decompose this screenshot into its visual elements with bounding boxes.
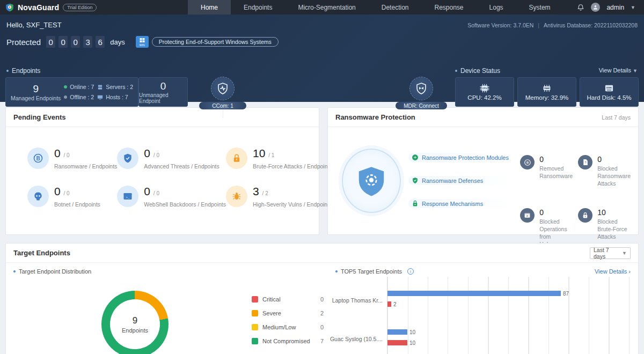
user-menu[interactable]: admin bbox=[606, 4, 624, 11]
stat-removed-ransomware: B 0Removed Ransomware bbox=[520, 155, 573, 188]
svg-text:B: B bbox=[526, 161, 529, 164]
servers-count: Servers : 2 bbox=[106, 84, 133, 90]
device-status-view-details[interactable]: View Details ▼ bbox=[599, 67, 638, 73]
stat-high-severity-vulns[interactable]: 3 / 2 High-Severity Vulns / Endpoints bbox=[226, 186, 332, 208]
pending-events-panel: Pending Events B 0 / 0 Ransomware / Endp… bbox=[5, 107, 319, 235]
removed-ransomware-icon: B bbox=[520, 155, 535, 169]
unmanaged-endpoints-card[interactable]: 0 Unmanaged Endpoint bbox=[138, 77, 188, 107]
stat-webshell[interactable]: >_ 0 / 0 WebShell Backdoors / Endpoints bbox=[117, 186, 226, 208]
ccom-connector-line bbox=[223, 109, 223, 118]
ransomware-icon: B bbox=[27, 148, 49, 169]
pending-events-title: Pending Events bbox=[13, 113, 66, 121]
monitor-icon bbox=[97, 94, 103, 100]
mdr-pill[interactable]: MDR: Connect bbox=[396, 102, 447, 109]
offline-count: Offline : 2 bbox=[70, 94, 94, 100]
protected-label: Protected bbox=[6, 38, 41, 47]
svg-text:?: ? bbox=[585, 161, 587, 164]
blocked-ransomware-icon: ? bbox=[578, 155, 592, 169]
botnet-icon bbox=[27, 186, 49, 207]
nav-tab-micro-segmentation[interactable]: Micro-Segmentation bbox=[285, 0, 368, 14]
cpu-status-card[interactable]: CPU CPU: 42.2% bbox=[455, 77, 514, 107]
link-ransomware-protection-modules[interactable]: Ransomware Protection Modules bbox=[408, 153, 514, 162]
stat-brute-force[interactable]: 10 / 1 Brute-Force Attacks / Endpoints bbox=[226, 148, 332, 169]
shield-check-icon bbox=[117, 148, 138, 169]
ccom-shield-icon[interactable] bbox=[211, 77, 235, 100]
memory-icon: RAM bbox=[541, 84, 552, 93]
windows-shield-icon: WIN bbox=[136, 36, 149, 48]
edition-badge: Trial Edition bbox=[63, 4, 97, 11]
user-menu-caret-icon[interactable]: ▼ bbox=[631, 5, 635, 10]
disk-status-card[interactable]: DISK Hard Disk: 4.5% bbox=[580, 77, 639, 107]
protected-digit: 3 bbox=[83, 36, 92, 48]
webshell-icon: >_ bbox=[117, 186, 138, 207]
version-info: Software Version: 3.7.0EN|Antivirus Data… bbox=[467, 22, 638, 28]
server-icon bbox=[97, 84, 103, 90]
svg-text:DISK: DISK bbox=[606, 86, 612, 89]
managed-count: 9 bbox=[11, 83, 61, 95]
bar-group-1: 87 2 bbox=[387, 291, 639, 312]
link-ransomware-defenses[interactable]: Ransomware Defenses bbox=[408, 176, 514, 185]
top5-view-details[interactable]: View Details › bbox=[595, 268, 631, 275]
mdr-shield-icon[interactable] bbox=[409, 77, 433, 100]
donut-center-value: 9 bbox=[133, 315, 137, 326]
top5-bar-chart: 87 2 10 10 bbox=[387, 277, 639, 354]
unmanaged-count: 0 bbox=[160, 80, 166, 92]
legend-severe: Severe2 bbox=[252, 310, 324, 316]
pending-events-grid: B 0 / 0 Ransomware / Endpoints 0 / 0 Adv… bbox=[6, 127, 319, 208]
svg-text:CPU: CPU bbox=[482, 87, 487, 90]
nav-tabs: Home Endpoints Micro-Segmentation Detect… bbox=[188, 0, 564, 14]
link-response-mechanisms[interactable]: Response Mechanisms bbox=[408, 199, 514, 208]
antivirus-database: Antivirus Database: 20221102032208 bbox=[544, 22, 638, 28]
user-avatar[interactable] bbox=[591, 3, 600, 12]
offline-dot-icon bbox=[64, 95, 67, 99]
svg-text:>_: >_ bbox=[126, 196, 130, 200]
memory-status-card[interactable]: RAM Memory: 32.9% bbox=[517, 77, 576, 107]
brand: NovaGuard Trial Edition bbox=[0, 0, 188, 14]
nav-tab-response[interactable]: Response bbox=[421, 0, 476, 14]
ransomware-range: Last 7 days bbox=[602, 114, 631, 121]
distribution-donut-chart: 9 Endpoints bbox=[101, 291, 169, 354]
endpoints-section-title: Endpoints bbox=[6, 67, 40, 75]
logo-shield-icon bbox=[5, 3, 14, 12]
nav-tab-endpoints[interactable]: Endpoints bbox=[231, 0, 285, 14]
blocked-operations-icon bbox=[520, 208, 535, 223]
protected-digit: 0 bbox=[58, 36, 68, 48]
distribution-subtitle: Target Endpoint Distribution bbox=[13, 268, 335, 275]
device-status-section-title: Device Status bbox=[455, 67, 500, 75]
bug-icon bbox=[226, 186, 247, 207]
svg-text:B: B bbox=[36, 156, 40, 161]
memory-value: Memory: 32.9% bbox=[525, 94, 569, 101]
managed-endpoints-card[interactable]: 9 Managed Endpoints Online : 7 Offline :… bbox=[5, 77, 138, 107]
nav-tab-system[interactable]: System bbox=[516, 0, 564, 14]
target-endpoints-panel: Target Endpoints Last 7 days▼ Target End… bbox=[5, 243, 639, 354]
stat-botnet[interactable]: 0 / 0 Botnet / Endpoints bbox=[27, 186, 117, 208]
nav-tab-detection[interactable]: Detection bbox=[369, 0, 422, 14]
ccom-pill[interactable]: CCom: 1 bbox=[199, 102, 246, 109]
stat-ransomware[interactable]: B 0 / 0 Ransomware / Endpoints bbox=[27, 148, 117, 169]
legend-critical: Critical0 bbox=[252, 296, 324, 303]
protected-digit: 0 bbox=[46, 36, 55, 48]
donut-legend: Critical0 Severe2 Medium/Low0 Not Compro… bbox=[252, 296, 324, 344]
protected-digit: 6 bbox=[96, 36, 105, 48]
nav-tab-logs[interactable]: Logs bbox=[477, 0, 516, 14]
managed-label: Managed Endpoints bbox=[11, 95, 61, 101]
eos-windows-pill[interactable]: Protecting End-of-Support Windows System… bbox=[152, 37, 279, 47]
nav-tab-home[interactable]: Home bbox=[188, 0, 231, 14]
ransomware-protection-panel: Ransomware Protection Last 7 days Ransom… bbox=[327, 107, 639, 235]
app-title: NovaGuard bbox=[18, 3, 59, 12]
time-range-select[interactable]: Last 7 days▼ bbox=[590, 247, 631, 259]
lock-icon bbox=[226, 148, 247, 169]
hosts-count: Hosts : 7 bbox=[106, 94, 128, 100]
cpu-icon: CPU bbox=[479, 84, 490, 93]
protected-counter: Protected 0 0 0 3 6 days WIN Protecting … bbox=[6, 36, 279, 48]
days-label: days bbox=[110, 38, 125, 46]
info-icon[interactable]: i bbox=[407, 268, 414, 275]
legend-medium-low: Medium/Low0 bbox=[252, 324, 324, 330]
big-shield-icon bbox=[342, 149, 401, 213]
svg-text:RAM: RAM bbox=[544, 87, 550, 90]
disk-icon: DISK bbox=[604, 84, 614, 93]
blocked-brute-force-icon bbox=[578, 208, 592, 223]
target-endpoints-title: Target Endpoints bbox=[13, 249, 70, 257]
bell-icon[interactable] bbox=[577, 4, 584, 11]
stat-advanced-threats[interactable]: 0 / 0 Advanced Threats / Endpoints bbox=[117, 148, 226, 169]
